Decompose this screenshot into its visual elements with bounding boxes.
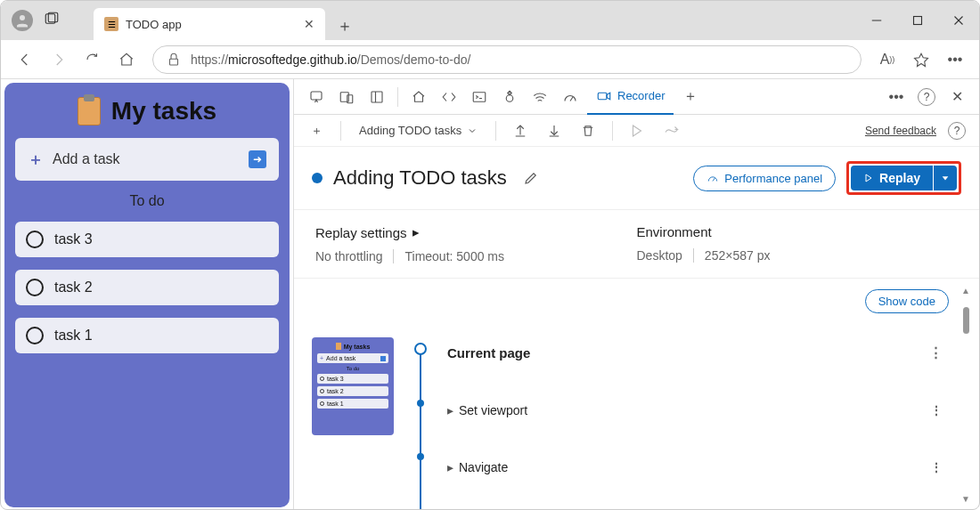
window-titlebar: ☰ TODO app ✕ ＋ [1, 1, 979, 40]
edit-title-icon[interactable] [518, 165, 544, 191]
task-item[interactable]: task 2 [15, 270, 279, 305]
replay-step-button[interactable] [624, 117, 650, 144]
export-button[interactable] [507, 117, 534, 144]
environment-size: 252×587 px [693, 248, 771, 263]
welcome-tab-icon[interactable] [405, 84, 432, 110]
step-set-viewport[interactable]: ▸Set viewport⋮ [447, 396, 961, 425]
tab-favicon-icon: ☰ [104, 17, 118, 31]
tab-close-icon[interactable]: ✕ [304, 17, 314, 31]
inspect-icon[interactable] [303, 84, 330, 110]
delete-button[interactable] [575, 117, 601, 144]
read-aloud-button[interactable]: A)) [872, 45, 902, 75]
plus-icon: ＋ [28, 149, 44, 170]
replay-dropdown-button[interactable] [934, 166, 957, 190]
svg-rect-12 [372, 92, 382, 102]
recording-title: Adding TODO tasks [333, 166, 507, 190]
step-menu-icon[interactable]: ⋮ [930, 403, 943, 417]
performance-panel-button[interactable]: Performance panel [693, 166, 836, 191]
todo-app: My tasks ＋ Add a task ➜ To do task 3 tas… [4, 83, 290, 507]
svg-marker-25 [633, 125, 641, 136]
svg-point-16 [506, 94, 513, 101]
svg-rect-4 [914, 17, 922, 25]
replay-button[interactable]: Replay [851, 166, 933, 190]
more-tabs-button[interactable]: ＋ [677, 84, 704, 110]
task-item[interactable]: task 3 [15, 222, 279, 257]
recording-header: Adding TODO tasks Performance panel Repl… [294, 147, 979, 210]
app-header: My tasks [15, 97, 279, 125]
tab-title: TODO app [126, 18, 297, 31]
device-toggle-icon[interactable] [333, 84, 360, 110]
maximize-button[interactable] [897, 1, 938, 40]
dock-icon[interactable] [363, 84, 390, 110]
step-menu-icon[interactable]: ⋮ [929, 344, 943, 360]
address-bar: https://microsoftedge.github.io/Demos/de… [1, 40, 979, 79]
close-window-button[interactable] [938, 1, 979, 40]
screenshot-thumbnail: My tasks +Add a task To do task 3 task 2… [312, 337, 394, 435]
feedback-link[interactable]: Send feedback [865, 125, 936, 137]
step-menu-icon[interactable]: ⋮ [930, 460, 943, 474]
recording-selector[interactable]: Adding TODO tasks [352, 121, 485, 140]
toolbar-help-icon[interactable]: ? [943, 117, 970, 144]
profile-icon[interactable] [12, 10, 33, 31]
environment-label: Environment [637, 224, 712, 239]
lock-icon [166, 52, 182, 68]
minimize-button[interactable] [856, 1, 897, 40]
task-checkbox-icon[interactable] [26, 279, 44, 296]
console-tab-icon[interactable] [466, 84, 493, 110]
svg-rect-19 [598, 93, 607, 100]
environment-device: Desktop [637, 248, 682, 263]
devtools-panel: Recorder ＋ ••• ? ✕ ＋ Adding TODO tasks S… [293, 79, 979, 510]
app-title: My tasks [111, 97, 216, 125]
devtools-help-icon[interactable]: ? [913, 84, 940, 110]
svg-point-0 [20, 15, 25, 20]
network-tab-icon[interactable] [527, 84, 553, 110]
chevron-down-icon [467, 125, 478, 136]
task-checkbox-icon[interactable] [26, 231, 44, 248]
task-checkbox-icon[interactable] [26, 327, 44, 344]
browser-tab[interactable]: ☰ TODO app ✕ [94, 8, 325, 40]
throttling-value: No throttling [315, 249, 382, 263]
tab-actions-icon[interactable] [44, 11, 60, 30]
replay-button-highlight: Replay [846, 161, 961, 195]
replay-settings-toggle[interactable]: Replay settings▸ [315, 224, 637, 240]
caret-down-icon [941, 174, 950, 182]
recorder-tab[interactable]: Recorder [587, 79, 674, 115]
recording-steps-area: Show code My tasks +Add a task To do tas… [294, 279, 979, 510]
add-task-input[interactable]: ＋ Add a task ➜ [15, 138, 279, 181]
refresh-button[interactable] [78, 45, 108, 75]
caret-right-icon: ▸ [412, 224, 420, 240]
timeout-value: Timeout: 5000 ms [393, 249, 504, 263]
submit-arrow-icon[interactable]: ➜ [249, 150, 266, 168]
new-recording-button[interactable]: ＋ [303, 117, 330, 144]
url-input[interactable]: https://microsoftedge.github.io/Demos/de… [152, 45, 862, 74]
devtools-more-icon[interactable]: ••• [883, 84, 910, 110]
performance-tab-icon[interactable] [557, 84, 584, 110]
svg-marker-28 [943, 176, 949, 180]
show-code-button[interactable]: Show code [865, 289, 949, 313]
caret-right-icon: ▸ [447, 460, 453, 474]
svg-line-18 [570, 97, 573, 101]
task-item[interactable]: task 1 [15, 318, 279, 353]
devtools-tabbar: Recorder ＋ ••• ? ✕ [294, 79, 979, 115]
svg-rect-9 [311, 92, 322, 100]
section-header: To do [15, 193, 279, 209]
svg-marker-8 [915, 53, 928, 66]
favorite-button[interactable] [906, 45, 936, 75]
new-tab-button[interactable]: ＋ [331, 12, 359, 40]
forward-button[interactable] [44, 45, 74, 75]
step-current-page[interactable]: Current page⋮ [447, 337, 961, 368]
recording-status-icon [312, 173, 323, 183]
step-button[interactable] [657, 117, 684, 144]
home-button[interactable] [111, 45, 142, 75]
import-button[interactable] [541, 117, 568, 144]
svg-line-26 [713, 178, 715, 182]
clipboard-icon [78, 97, 101, 125]
scrollbar[interactable] [960, 286, 972, 504]
svg-rect-14 [473, 92, 486, 101]
step-navigate[interactable]: ▸Navigate⋮ [447, 453, 961, 482]
elements-tab-icon[interactable] [436, 84, 462, 110]
sources-tab-icon[interactable] [496, 84, 523, 110]
devtools-close-icon[interactable]: ✕ [943, 84, 970, 110]
more-button[interactable]: ••• [940, 45, 970, 75]
back-button[interactable] [10, 45, 40, 75]
